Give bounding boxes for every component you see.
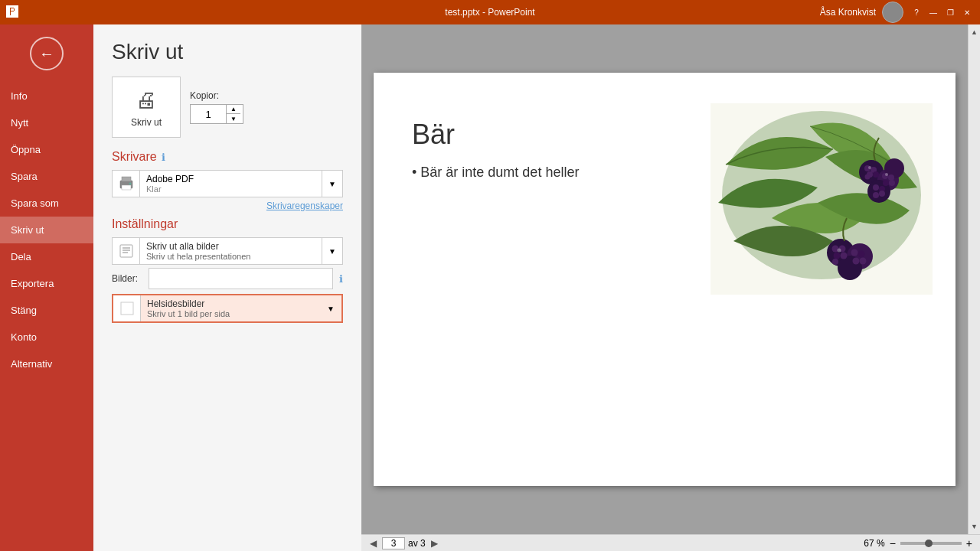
svg-point-76 bbox=[865, 174, 871, 180]
svg-point-93 bbox=[851, 249, 858, 256]
copies-spinner: ▲ ▼ bbox=[226, 105, 240, 123]
settings-icon-1 bbox=[112, 237, 139, 265]
print-btn-area: 🖨 Skriv ut Kopior: ▲ ▼ bbox=[112, 77, 343, 138]
sidebar-item-konto[interactable]: Konto bbox=[0, 324, 93, 350]
restore-button[interactable]: ❐ bbox=[943, 5, 957, 19]
svg-point-92 bbox=[832, 259, 838, 265]
printer-section-header: Skrivare ℹ bbox=[112, 150, 343, 164]
svg-point-90 bbox=[834, 253, 841, 259]
prev-page-button[interactable]: ◀ bbox=[368, 538, 379, 549]
copies-area: Kopior: ▲ ▼ bbox=[190, 90, 243, 124]
copies-up-button[interactable]: ▲ bbox=[227, 105, 240, 114]
copies-input[interactable] bbox=[191, 107, 226, 122]
svg-point-83 bbox=[873, 192, 879, 198]
copies-down-button[interactable]: ▼ bbox=[227, 114, 240, 123]
print-page: Skriv ut 🖨 Skriv ut Kopior: ▲ ▼ bbox=[93, 24, 980, 551]
bilder-info-icon[interactable]: ℹ bbox=[339, 273, 343, 285]
content-area: Skriv ut 🖨 Skriv ut Kopior: ▲ ▼ bbox=[93, 24, 980, 551]
sidebar-item-spara-som[interactable]: Spara som bbox=[0, 190, 93, 217]
svg-point-91 bbox=[841, 253, 848, 259]
svg-point-75 bbox=[873, 171, 879, 178]
svg-point-80 bbox=[889, 180, 895, 186]
printer-properties-link[interactable]: Skrivaregenskaper bbox=[112, 201, 343, 211]
window-controls: ? — ❐ ✕ bbox=[910, 5, 974, 19]
copies-label: Kopior: bbox=[190, 90, 243, 101]
sidebar-item-oppna[interactable]: Öppna bbox=[0, 136, 93, 163]
sidebar-item-alternativ[interactable]: Alternativ bbox=[0, 350, 93, 377]
user-name: Åsa Kronkvist bbox=[820, 7, 876, 18]
layout-sel-icon bbox=[113, 295, 141, 321]
preview-container: Bär • Bär är inte dumt det heller bbox=[361, 24, 980, 534]
slide-preview: Bär • Bär är inte dumt det heller bbox=[374, 73, 956, 486]
svg-point-84 bbox=[879, 191, 885, 197]
svg-rect-1 bbox=[122, 177, 131, 181]
svg-rect-2 bbox=[122, 185, 131, 190]
sidebar-item-spara[interactable]: Spara bbox=[0, 163, 93, 190]
zoom-level-label: 67 % bbox=[864, 538, 884, 549]
right-panel: ▲ ▼ Bär • Bär är inte dumt det heller bbox=[361, 24, 980, 551]
scroll-down-button[interactable]: ▼ bbox=[969, 519, 981, 534]
svg-rect-4 bbox=[120, 245, 132, 257]
svg-point-3 bbox=[129, 183, 131, 185]
settings-row-1: Skriv ut alla bilder Skriv ut hela prese… bbox=[112, 237, 343, 265]
slide-image bbox=[710, 103, 933, 295]
printer-select-row: Adobe PDF Klar ▼ bbox=[112, 170, 343, 197]
svg-point-97 bbox=[868, 166, 871, 169]
settings-dropdown-1-button[interactable]: ▼ bbox=[322, 237, 343, 265]
svg-point-96 bbox=[860, 258, 867, 265]
vertical-scrollbar: ▲ ▼ bbox=[968, 24, 980, 534]
zoom-minus-button[interactable]: − bbox=[888, 537, 897, 549]
zoom-slider[interactable] bbox=[900, 542, 962, 545]
copies-input-wrap: ▲ ▼ bbox=[190, 104, 243, 124]
bilder-input[interactable] bbox=[149, 268, 333, 289]
printer-name-display: Adobe PDF Klar bbox=[139, 170, 322, 197]
next-page-button[interactable]: ▶ bbox=[429, 538, 440, 549]
back-button[interactable]: ← bbox=[24, 31, 70, 77]
total-pages-label: av 3 bbox=[408, 538, 426, 549]
app-body: ← Info Nytt Öppna Spara Spara som Skriv … bbox=[0, 24, 980, 551]
preview-scroll-area: ▲ ▼ Bär • Bär är inte dumt det heller bbox=[361, 24, 980, 534]
avatar bbox=[882, 2, 903, 23]
app-icon: 🅿 bbox=[6, 5, 18, 19]
close-button[interactable]: ✕ bbox=[960, 5, 974, 19]
printer-dropdown-button[interactable]: ▼ bbox=[322, 170, 343, 197]
sidebar-item-skriv-ut[interactable]: Skriv ut bbox=[0, 217, 93, 243]
zoom-thumb bbox=[925, 540, 933, 547]
layout-selected-display[interactable]: Helsidesbilder Skriv ut 1 bild per sida … bbox=[112, 294, 343, 323]
back-circle-icon: ← bbox=[30, 37, 64, 70]
svg-point-98 bbox=[885, 173, 888, 176]
sidebar-item-stang[interactable]: Stäng bbox=[0, 297, 93, 324]
printer-small-icon bbox=[112, 170, 139, 197]
title-bar-left: 🅿 bbox=[6, 5, 18, 19]
svg-point-94 bbox=[858, 251, 865, 258]
layout-dropdown-container: Helsidesbilder Skriv ut 1 bild per sida … bbox=[112, 294, 343, 323]
settings-section-header: Inställningar bbox=[112, 217, 343, 231]
svg-rect-8 bbox=[121, 302, 133, 315]
printer-info-icon[interactable]: ℹ bbox=[162, 152, 165, 163]
slide-title: Bär bbox=[412, 119, 455, 151]
sidebar-item-nytt[interactable]: Nytt bbox=[0, 109, 93, 136]
svg-point-81 bbox=[873, 184, 879, 191]
zoom-plus-button[interactable]: + bbox=[965, 537, 974, 549]
layout-dropdown-arrow[interactable]: ▼ bbox=[320, 295, 341, 321]
sidebar-item-info[interactable]: Info bbox=[0, 83, 93, 109]
zoom-controls: 67 % − + bbox=[864, 537, 974, 549]
bilder-row: Bilder: ℹ bbox=[112, 268, 343, 289]
settings-option-1-display: Skriv ut alla bilder Skriv ut hela prese… bbox=[139, 237, 322, 265]
scroll-up-button[interactable]: ▲ bbox=[969, 24, 981, 40]
minimize-button[interactable]: — bbox=[926, 5, 940, 19]
svg-point-79 bbox=[883, 180, 889, 186]
page-navigation: ◀ av 3 ▶ bbox=[368, 537, 440, 549]
help-button[interactable]: ? bbox=[910, 5, 923, 19]
sidebar-item-exportera[interactable]: Exportera bbox=[0, 270, 93, 297]
window-title: test.pptx - PowerPoint bbox=[445, 7, 534, 18]
page-title: Skriv ut bbox=[112, 40, 343, 64]
svg-point-78 bbox=[888, 174, 894, 181]
sidebar-item-dela[interactable]: Dela bbox=[0, 243, 93, 270]
title-bar: 🅿 test.pptx - PowerPoint Åsa Kronkvist ?… bbox=[0, 0, 980, 24]
status-bar: ◀ av 3 ▶ 67 % − + bbox=[361, 534, 980, 551]
print-button[interactable]: 🖨 Skriv ut bbox=[112, 77, 181, 138]
bilder-label: Bilder: bbox=[112, 273, 142, 284]
current-page-input[interactable] bbox=[382, 537, 405, 549]
sidebar: ← Info Nytt Öppna Spara Spara som Skriv … bbox=[0, 24, 93, 551]
